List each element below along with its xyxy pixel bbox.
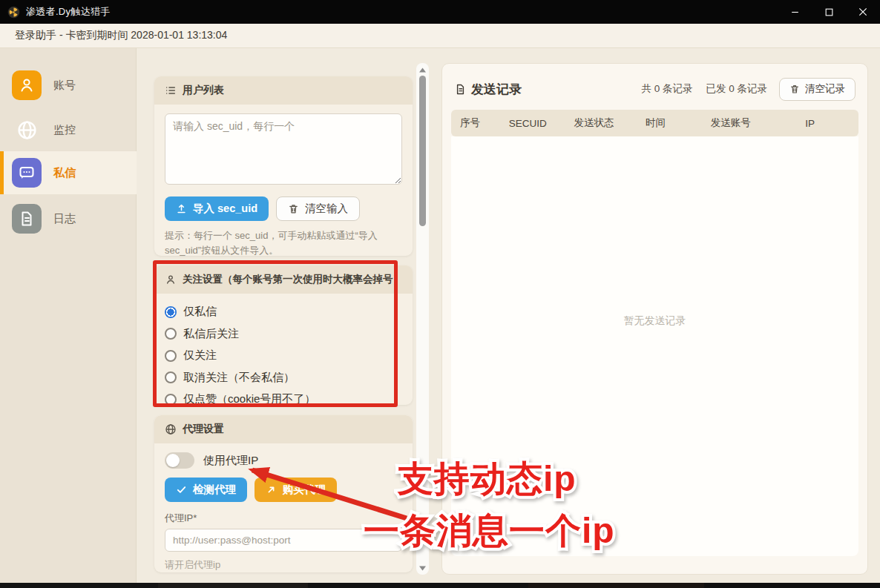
radio-option-like-only[interactable]: 仅点赞（cookie号用不了）: [165, 389, 402, 411]
column-header-status: 发送状态: [565, 116, 637, 130]
follow-settings-title: 关注设置（每个账号第一次使用时大概率会掉号）: [183, 273, 403, 286]
sidebar-label: 日志: [53, 212, 76, 226]
globe-icon: [165, 423, 177, 435]
column-header-secuid: SECUID: [500, 118, 565, 129]
records-doc-icon: [454, 83, 467, 96]
proxy-ip-input[interactable]: [165, 529, 402, 552]
radio-label: 仅点赞（cookie号用不了）: [183, 392, 315, 406]
clear-button-label: 清空输入: [305, 202, 348, 216]
proxy-warning-text: 请开启代理ip: [165, 558, 402, 572]
records-table-header: 序号 SECUID 发送状态 时间 发送账号 IP: [451, 110, 858, 136]
empty-records-text: 暂无发送记录: [624, 314, 686, 556]
proxy-settings-title: 代理设置: [183, 423, 224, 436]
column-header-index: 序号: [451, 116, 500, 130]
send-records-panel: 发送记录 共 0 条记录 已发 0 条记录 清空记录 序号 SECUID 发送状…: [441, 63, 868, 575]
column-header-time: 时间: [637, 116, 702, 130]
sidebar-item-private-message[interactable]: 私信: [0, 151, 137, 194]
radio-circle: [165, 350, 177, 362]
radio-circle: [165, 371, 177, 383]
radio-option-follow-only[interactable]: 仅关注: [165, 345, 402, 367]
user-list-title: 用户列表: [183, 84, 224, 97]
buy-proxy-button[interactable]: 购买代理: [255, 478, 337, 502]
records-table-body: 暂无发送记录: [451, 136, 858, 556]
radio-option-follow-after-message[interactable]: 私信后关注: [165, 323, 402, 346]
upload-icon: [176, 203, 187, 214]
buy-proxy-label: 购买代理: [283, 483, 326, 497]
external-arrow-icon: [266, 484, 277, 495]
scrollbar-thumb[interactable]: [419, 76, 426, 226]
scroll-up-arrow[interactable]: [416, 65, 429, 75]
sent-records-count: 已发 0 条记录: [706, 82, 767, 96]
radio-option-unfollow[interactable]: 取消关注（不会私信）: [165, 367, 402, 389]
maximize-button[interactable]: [812, 0, 846, 24]
follow-settings-card: 关注设置（每个账号第一次使用时大概率会掉号） 仅私信 私信后关注 仅关注 取消关…: [154, 265, 413, 405]
minimize-button[interactable]: [778, 0, 812, 24]
globe-icon: [12, 115, 42, 145]
import-sec-uid-button[interactable]: 导入 sec_uid: [165, 196, 269, 221]
user-list-card: 用户列表 导入 sec_uid: [154, 76, 413, 256]
total-records-count: 共 0 条记录: [641, 82, 692, 96]
license-expiry-text: 登录助手 - 卡密到期时间 2028-01-01 13:13:04: [15, 29, 227, 42]
check-proxy-label: 检测代理: [193, 483, 236, 497]
radio-circle: [165, 328, 177, 340]
chat-icon: [12, 158, 42, 188]
use-proxy-toggle[interactable]: [165, 452, 194, 469]
clear-records-label: 清空记录: [805, 82, 845, 96]
use-proxy-label: 使用代理IP: [203, 454, 258, 468]
check-proxy-button[interactable]: 检测代理: [165, 478, 247, 502]
desktop-edge-strip: [0, 583, 880, 588]
clear-input-button[interactable]: 清空输入: [276, 196, 360, 221]
title-bar: 渗透者.Dy触达猎手: [0, 0, 880, 24]
sec-uid-textarea[interactable]: [165, 113, 402, 185]
sidebar-label: 账号: [53, 79, 76, 93]
radio-label: 仅关注: [183, 348, 217, 363]
middle-panel-scrollbar[interactable]: [416, 63, 429, 575]
doc-icon: [12, 204, 42, 234]
proxy-settings-header: 代理设置: [154, 415, 413, 443]
radio-label: 私信后关注: [183, 327, 239, 341]
check-icon: [176, 484, 187, 495]
radio-label: 仅私信: [183, 305, 217, 319]
import-button-label: 导入 sec_uid: [193, 202, 257, 216]
sidebar-item-log[interactable]: 日志: [0, 197, 137, 240]
app-radiation-icon: [7, 6, 20, 19]
person-icon: [165, 274, 177, 285]
clear-records-button[interactable]: 清空记录: [779, 78, 856, 101]
proxy-ip-label: 代理IP*: [165, 512, 402, 525]
sidebar: 账号 监控 私信: [0, 48, 137, 583]
trash-icon: [789, 84, 800, 94]
user-icon: [12, 70, 42, 100]
window-title: 渗透者.Dy触达猎手: [26, 5, 111, 19]
radio-circle: [165, 394, 177, 406]
license-status-bar: 登录助手 - 卡密到期时间 2028-01-01 13:13:04: [0, 24, 880, 48]
sidebar-item-monitor[interactable]: 监控: [0, 108, 137, 151]
toggle-knob: [166, 454, 180, 467]
window-controls: [778, 0, 880, 24]
column-header-ip: IP: [796, 118, 858, 129]
follow-settings-header: 关注设置（每个账号第一次使用时大概率会掉号）: [154, 265, 413, 294]
proxy-settings-card: 代理设置 使用代理IP 检测代理: [154, 415, 413, 572]
user-list-hint: 提示：每行一个 sec_uid，可手动粘贴或通过“导入 sec_uid”按钮从文…: [165, 228, 402, 257]
radio-option-private-message-only[interactable]: 仅私信: [165, 301, 402, 323]
sidebar-label: 私信: [53, 166, 76, 180]
scroll-down-arrow[interactable]: [416, 563, 429, 573]
sidebar-item-account[interactable]: 账号: [0, 64, 137, 107]
list-icon: [165, 85, 177, 96]
app-window: 渗透者.Dy触达猎手 登录助手 - 卡密到期时间 2028-01-01 13:1…: [0, 0, 880, 588]
radio-circle: [165, 306, 177, 318]
column-header-account: 发送账号: [702, 116, 797, 130]
sidebar-label: 监控: [53, 123, 76, 137]
user-list-header: 用户列表: [154, 76, 413, 105]
radio-label: 取消关注（不会私信）: [183, 371, 295, 385]
close-button[interactable]: [846, 0, 880, 24]
send-records-title: 发送记录: [471, 81, 522, 98]
trash-icon: [288, 203, 299, 214]
